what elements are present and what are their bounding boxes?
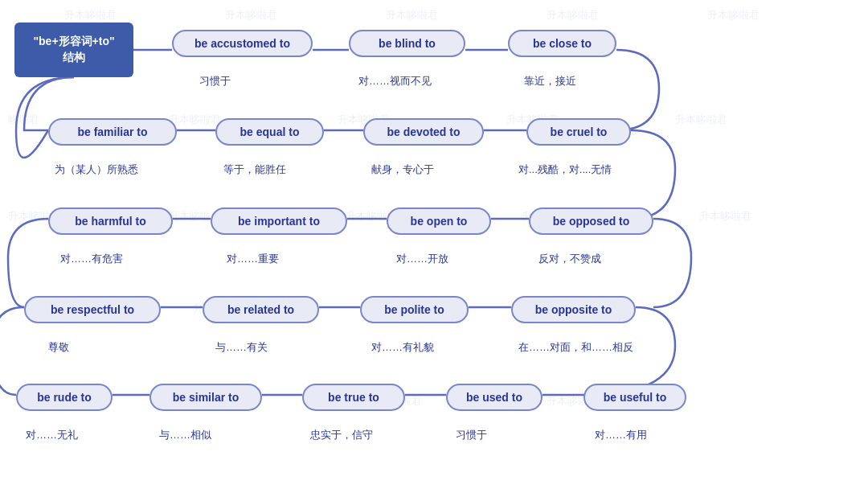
m-harmful: 对……有危害 [60, 252, 123, 266]
m-respectful: 尊敬 [48, 340, 69, 355]
m-similar: 与……相似 [159, 428, 211, 442]
watermark: 升本哆啦君 [169, 113, 221, 127]
m-cruel: 对...残酷，对....无情 [518, 162, 612, 177]
pill-opposed: be opposed to [529, 207, 653, 235]
pill-rude: be rude to [16, 384, 113, 411]
watermark: 升本哆啦君 [64, 8, 117, 23]
pill-similar: be similar to [149, 384, 262, 411]
pill-equal: be equal to [215, 118, 324, 146]
m-polite: 对……有礼貌 [371, 340, 434, 355]
pill-opposite: be opposite to [511, 296, 636, 323]
watermark: 哆啦君 [8, 113, 39, 127]
pill-polite: be polite to [360, 296, 469, 323]
pill-harmful: be harmful to [48, 207, 173, 235]
m-familiar: 为（某人）所熟悉 [55, 162, 138, 177]
pill-open: be open to [387, 207, 491, 235]
watermark: 升本哆啦君 [675, 113, 727, 127]
watermark: 升本哆啦君 [707, 8, 760, 23]
m-useful: 对……有用 [595, 428, 647, 442]
m-related: 与……有关 [215, 340, 268, 355]
pill-useful: be useful to [583, 384, 686, 411]
m-blind: 对……视而不见 [358, 74, 432, 88]
m-equal: 等于，能胜任 [223, 162, 286, 177]
m-accustomed: 习惯于 [199, 74, 231, 88]
pill-cruel: be cruel to [526, 118, 631, 146]
pill-important: be important to [211, 207, 347, 235]
pill-true: be true to [302, 384, 405, 411]
pill-accustomed: be accustomed to [172, 30, 313, 57]
m-important: 对……重要 [227, 252, 279, 266]
watermark: 升本哆啦君 [386, 8, 438, 23]
m-devoted: 献身，专心于 [371, 162, 434, 177]
watermark: 升本哆啦君 [225, 8, 277, 23]
pill-close: be close to [508, 30, 616, 57]
pill-familiar: be familiar to [48, 118, 177, 146]
pill-related: be related to [203, 296, 319, 323]
m-true: 忠实于，信守 [310, 428, 373, 442]
title-box: "be+形容词+to" 结构 [14, 23, 133, 77]
watermark: 升本哆啦君 [699, 209, 751, 224]
m-opposed: 反对，不赞成 [538, 252, 601, 266]
watermark: 升本哆啦君 [547, 8, 599, 23]
pill-respectful: be respectful to [24, 296, 161, 323]
pill-blind: be blind to [349, 30, 465, 57]
diagram: 升本哆啦君升本哆啦君升本哆啦君升本哆啦君升本哆啦君哆啦君升本哆啦君升本哆啦君升本… [0, 0, 868, 493]
pill-devoted: be devoted to [363, 118, 484, 146]
m-open: 对……开放 [396, 252, 448, 266]
m-used: 习惯于 [456, 428, 487, 442]
m-opposite: 在……对面，和……相反 [518, 340, 633, 355]
m-close: 靠近，接近 [524, 74, 576, 88]
pill-used: be used to [446, 384, 542, 411]
m-rude: 对……无礼 [26, 428, 78, 442]
